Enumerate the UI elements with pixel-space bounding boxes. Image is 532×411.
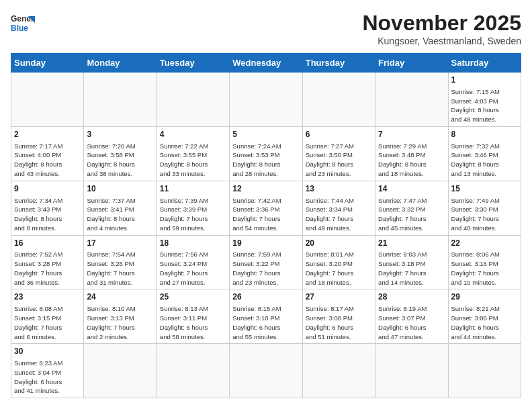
day-number: 22 — [451, 238, 518, 249]
day-number: 19 — [232, 238, 299, 249]
subtitle: Kungsoer, Vaestmanland, Sweden — [362, 36, 521, 46]
calendar-cell: 18Sunrise: 7:56 AM Sunset: 3:24 PM Dayli… — [157, 235, 229, 289]
calendar-cell: 27Sunrise: 8:17 AM Sunset: 3:08 PM Dayli… — [302, 289, 375, 344]
day-number: 6 — [306, 129, 372, 140]
day-info: Sunrise: 7:39 AM Sunset: 3:39 PM Dayligh… — [160, 196, 226, 233]
day-info: Sunrise: 7:49 AM Sunset: 3:30 PM Dayligh… — [451, 196, 518, 233]
calendar-cell: 25Sunrise: 8:13 AM Sunset: 3:11 PM Dayli… — [157, 289, 229, 344]
day-info: Sunrise: 8:19 AM Sunset: 3:07 PM Dayligh… — [378, 304, 445, 341]
day-info: Sunrise: 7:24 AM Sunset: 3:53 PM Dayligh… — [232, 142, 299, 179]
day-info: Sunrise: 7:56 AM Sunset: 3:24 PM Dayligh… — [160, 250, 226, 287]
week-row-3: 9Sunrise: 7:34 AM Sunset: 3:43 PM Daylig… — [11, 181, 521, 235]
day-info: Sunrise: 7:29 AM Sunset: 3:48 PM Dayligh… — [378, 142, 445, 179]
day-number: 25 — [160, 291, 226, 303]
calendar-cell: 13Sunrise: 7:44 AM Sunset: 3:34 PM Dayli… — [302, 181, 375, 235]
weekday-header-thursday: Thursday — [302, 54, 375, 73]
day-info: Sunrise: 7:32 AM Sunset: 3:46 PM Dayligh… — [451, 142, 518, 179]
day-info: Sunrise: 8:21 AM Sunset: 3:06 PM Dayligh… — [451, 304, 518, 341]
weekday-header-wednesday: Wednesday — [230, 54, 302, 73]
weekday-header-tuesday: Tuesday — [157, 54, 229, 73]
calendar-cell: 20Sunrise: 8:01 AM Sunset: 3:20 PM Dayli… — [302, 235, 375, 289]
calendar-cell — [157, 73, 229, 127]
calendar-cell: 15Sunrise: 7:49 AM Sunset: 3:30 PM Dayli… — [448, 181, 521, 235]
day-number: 11 — [160, 183, 226, 195]
calendar-cell: 22Sunrise: 8:06 AM Sunset: 3:16 PM Dayli… — [448, 235, 521, 289]
calendar-cell: 8Sunrise: 7:32 AM Sunset: 3:46 PM Daylig… — [448, 126, 521, 181]
main-title: November 2025 — [362, 11, 521, 36]
calendar-cell: 6Sunrise: 7:27 AM Sunset: 3:50 PM Daylig… — [302, 126, 375, 181]
day-info: Sunrise: 8:17 AM Sunset: 3:08 PM Dayligh… — [306, 304, 372, 341]
day-number: 29 — [451, 291, 518, 303]
calendar-cell — [375, 344, 448, 398]
calendar-cell: 17Sunrise: 7:54 AM Sunset: 3:26 PM Dayli… — [84, 235, 157, 289]
calendar-cell: 21Sunrise: 8:03 AM Sunset: 3:18 PM Dayli… — [375, 235, 448, 289]
day-number: 16 — [14, 238, 81, 249]
calendar-cell: 1Sunrise: 7:15 AM Sunset: 4:03 PM Daylig… — [448, 73, 521, 127]
day-number: 17 — [87, 238, 153, 249]
calendar-cell — [84, 344, 157, 398]
day-number: 7 — [378, 129, 445, 140]
weekday-header-sunday: Sunday — [11, 54, 84, 73]
calendar-cell: 23Sunrise: 8:08 AM Sunset: 3:15 PM Dayli… — [11, 289, 84, 344]
calendar-cell: 26Sunrise: 8:15 AM Sunset: 3:10 PM Dayli… — [230, 289, 302, 344]
weekday-header-friday: Friday — [375, 54, 448, 73]
day-number: 13 — [306, 183, 372, 195]
day-number: 12 — [232, 183, 299, 195]
day-number: 24 — [87, 291, 153, 303]
day-number: 5 — [232, 129, 299, 140]
day-number: 2 — [14, 129, 81, 140]
weekday-header-monday: Monday — [84, 54, 157, 73]
calendar-cell — [448, 344, 521, 398]
calendar-cell: 5Sunrise: 7:24 AM Sunset: 3:53 PM Daylig… — [230, 126, 302, 181]
day-info: Sunrise: 8:01 AM Sunset: 3:20 PM Dayligh… — [306, 250, 372, 287]
calendar-cell — [157, 344, 229, 398]
calendar-cell: 3Sunrise: 7:20 AM Sunset: 3:58 PM Daylig… — [84, 126, 157, 181]
day-number: 9 — [14, 183, 81, 195]
day-number: 1 — [451, 75, 518, 86]
day-number: 30 — [14, 346, 81, 357]
day-info: Sunrise: 8:10 AM Sunset: 3:13 PM Dayligh… — [87, 304, 153, 341]
calendar-cell: 7Sunrise: 7:29 AM Sunset: 3:48 PM Daylig… — [375, 126, 448, 181]
day-info: Sunrise: 7:47 AM Sunset: 3:32 PM Dayligh… — [378, 196, 445, 233]
calendar-cell: 28Sunrise: 8:19 AM Sunset: 3:07 PM Dayli… — [375, 289, 448, 344]
day-info: Sunrise: 7:54 AM Sunset: 3:26 PM Dayligh… — [87, 250, 153, 287]
day-info: Sunrise: 7:37 AM Sunset: 3:41 PM Dayligh… — [87, 196, 153, 233]
day-number: 28 — [378, 291, 445, 303]
week-row-1: 1Sunrise: 7:15 AM Sunset: 4:03 PM Daylig… — [11, 73, 521, 127]
calendar-cell: 16Sunrise: 7:52 AM Sunset: 3:28 PM Dayli… — [11, 235, 84, 289]
calendar-cell — [11, 73, 84, 127]
day-info: Sunrise: 8:23 AM Sunset: 3:04 PM Dayligh… — [14, 359, 81, 396]
day-number: 4 — [160, 129, 226, 140]
day-number: 26 — [232, 291, 299, 303]
calendar-cell — [230, 73, 302, 127]
calendar-cell: 29Sunrise: 8:21 AM Sunset: 3:06 PM Dayli… — [448, 289, 521, 344]
title-area: November 2025 Kungsoer, Vaestmanland, Sw… — [362, 11, 521, 46]
day-info: Sunrise: 8:08 AM Sunset: 3:15 PM Dayligh… — [14, 304, 81, 341]
calendar-cell — [375, 73, 448, 127]
calendar-cell — [302, 73, 375, 127]
week-row-2: 2Sunrise: 7:17 AM Sunset: 4:00 PM Daylig… — [11, 126, 521, 181]
day-info: Sunrise: 7:22 AM Sunset: 3:55 PM Dayligh… — [160, 142, 226, 179]
calendar-cell: 9Sunrise: 7:34 AM Sunset: 3:43 PM Daylig… — [11, 181, 84, 235]
logo-icon: General Blue — [11, 11, 35, 35]
day-info: Sunrise: 8:13 AM Sunset: 3:11 PM Dayligh… — [160, 304, 226, 341]
day-number: 20 — [306, 238, 372, 249]
calendar-cell: 19Sunrise: 7:59 AM Sunset: 3:22 PM Dayli… — [230, 235, 302, 289]
day-info: Sunrise: 7:15 AM Sunset: 4:03 PM Dayligh… — [451, 87, 518, 124]
week-row-4: 16Sunrise: 7:52 AM Sunset: 3:28 PM Dayli… — [11, 235, 521, 289]
calendar: SundayMondayTuesdayWednesdayThursdayFrid… — [11, 53, 521, 398]
day-info: Sunrise: 7:42 AM Sunset: 3:36 PM Dayligh… — [232, 196, 299, 233]
day-info: Sunrise: 7:27 AM Sunset: 3:50 PM Dayligh… — [306, 142, 372, 179]
day-number: 14 — [378, 183, 445, 195]
week-row-5: 23Sunrise: 8:08 AM Sunset: 3:15 PM Dayli… — [11, 289, 521, 344]
day-number: 18 — [160, 238, 226, 249]
weekday-header-saturday: Saturday — [448, 54, 521, 73]
calendar-cell: 4Sunrise: 7:22 AM Sunset: 3:55 PM Daylig… — [157, 126, 229, 181]
day-number: 10 — [87, 183, 153, 195]
svg-text:Blue: Blue — [11, 24, 28, 33]
day-info: Sunrise: 7:44 AM Sunset: 3:34 PM Dayligh… — [306, 196, 372, 233]
day-info: Sunrise: 8:03 AM Sunset: 3:18 PM Dayligh… — [378, 250, 445, 287]
day-info: Sunrise: 8:15 AM Sunset: 3:10 PM Dayligh… — [232, 304, 299, 341]
calendar-cell: 12Sunrise: 7:42 AM Sunset: 3:36 PM Dayli… — [230, 181, 302, 235]
calendar-cell — [302, 344, 375, 398]
